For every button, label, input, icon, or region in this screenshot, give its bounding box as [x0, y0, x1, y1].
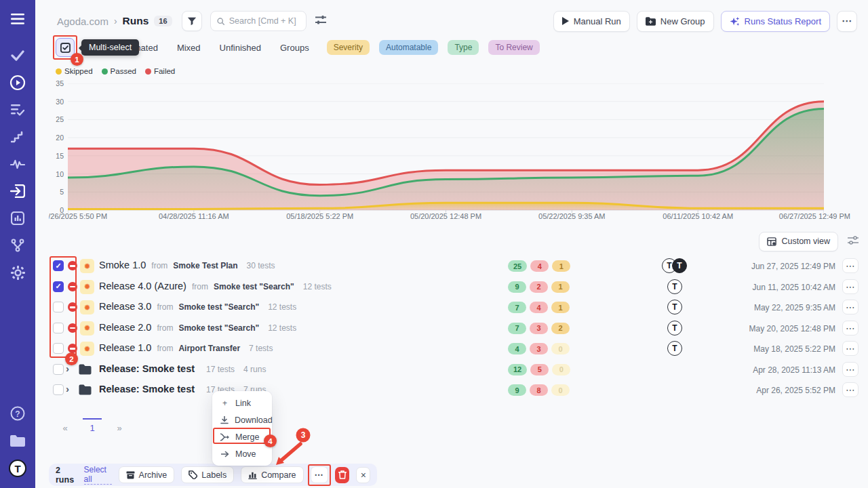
custom-view-button[interactable]: Custom view: [759, 232, 838, 251]
group-title[interactable]: Release: Smoke test: [99, 384, 195, 394]
stop-run-icon[interactable]: [68, 323, 77, 333]
row-checkbox[interactable]: [53, 302, 64, 312]
group-row[interactable]: › Release: Smoke test17 tests4 runs 1250…: [49, 359, 859, 380]
pulse-icon[interactable]: [9, 156, 26, 172]
row-more-button[interactable]: ⋯: [842, 300, 859, 314]
breadcrumb-project[interactable]: Agoda.com: [57, 16, 108, 27]
run-title[interactable]: Release 3.0: [99, 301, 151, 312]
plan-name[interactable]: Airport Transfer: [178, 344, 240, 353]
compare-button[interactable]: Compare: [241, 466, 303, 483]
list-settings-icon[interactable]: [848, 235, 859, 247]
chip-automatable[interactable]: Automatable: [379, 40, 438, 55]
run-row[interactable]: ✹ Release 3.0fromSmoke test "Search"12 t…: [49, 297, 859, 318]
row-checkbox[interactable]: [53, 384, 64, 395]
y-tick: 35: [49, 79, 64, 87]
row-more-button[interactable]: ⋯: [842, 341, 859, 356]
run-row[interactable]: ✹ Smoke 1.0fromSmoke Test Plan30 tests 2…: [49, 256, 859, 277]
run-date: Jun 11, 2025 10:42 AM: [752, 283, 835, 292]
close-selection-button[interactable]: ×: [356, 467, 370, 483]
menu-item-move[interactable]: Move: [212, 445, 272, 462]
expand-chevron-icon[interactable]: ›: [66, 383, 69, 394]
new-group-button[interactable]: New Group: [637, 11, 714, 32]
run-row[interactable]: ✹ Release 1.0fromAirport Transfer7 tests…: [49, 338, 859, 359]
play-icon: [562, 17, 569, 25]
row-checkbox[interactable]: [53, 343, 64, 354]
page-current[interactable]: 1: [83, 418, 102, 433]
menu-item-download[interactable]: Download: [212, 411, 272, 428]
header-more-button[interactable]: ⋯: [837, 11, 857, 32]
plan-name[interactable]: Smoke test "Search": [214, 282, 294, 291]
select-all-link[interactable]: Select all: [84, 465, 112, 485]
group-title[interactable]: Release: Smoke test: [99, 363, 195, 374]
import-icon[interactable]: [9, 183, 26, 199]
chip-severity[interactable]: Severity: [327, 40, 370, 55]
projects-folder-icon[interactable]: [9, 432, 26, 449]
milestones-steps-icon[interactable]: [9, 129, 26, 145]
row-checkbox[interactable]: [53, 323, 64, 333]
tab-mixed[interactable]: Mixed: [177, 43, 201, 53]
plans-list-icon[interactable]: [9, 102, 26, 118]
row-more-button[interactable]: ⋯: [842, 279, 859, 294]
menu-item-merge[interactable]: Merge: [212, 428, 272, 445]
labels-button[interactable]: Labels: [181, 466, 234, 483]
failed-pill: 3: [530, 343, 548, 354]
delete-button[interactable]: [335, 467, 350, 483]
search-input[interactable]: [229, 16, 300, 26]
archive-button[interactable]: Archive: [119, 466, 175, 483]
row-more-button[interactable]: ⋯: [842, 321, 859, 336]
runs-play-icon[interactable]: [9, 75, 26, 91]
plan-name[interactable]: Smoke test "Search": [178, 302, 259, 312]
menu-icon[interactable]: [9, 11, 26, 27]
run-title[interactable]: Release 1.0: [99, 342, 151, 353]
x-tick: 06/27/2025 12:49 PM: [779, 212, 850, 220]
page-next[interactable]: »: [110, 418, 129, 433]
plan-name[interactable]: Smoke Test Plan: [173, 261, 237, 270]
menu-item-link[interactable]: +Link: [212, 394, 272, 411]
workspace-avatar[interactable]: T: [9, 460, 26, 477]
failed-pill: 4: [530, 302, 548, 313]
stop-run-icon[interactable]: [68, 261, 77, 270]
area-chart-canvas: [68, 83, 824, 214]
row-checkbox[interactable]: [53, 281, 64, 292]
x-tick: 04/26/2025 5:50 PM: [49, 212, 107, 220]
more-actions-button[interactable]: ⋯: [311, 466, 328, 483]
multi-select-tooltip: Multi-select: [81, 39, 139, 56]
stop-run-icon[interactable]: [68, 302, 77, 312]
group-row[interactable]: › Release: Smoke test17 tests7 runs 980 …: [49, 380, 859, 401]
report-box-icon[interactable]: [9, 210, 26, 226]
run-title[interactable]: Release 4.0 (Azure): [99, 281, 186, 291]
tab-unfinished[interactable]: Unfinished: [220, 43, 261, 53]
row-more-button[interactable]: ⋯: [842, 382, 859, 397]
manual-run-button[interactable]: Manual Run: [553, 11, 630, 32]
page-prev[interactable]: «: [56, 418, 75, 433]
search-box[interactable]: [210, 11, 307, 31]
help-icon[interactable]: ?: [9, 405, 26, 422]
selected-count: 2 runs: [56, 466, 77, 485]
stop-run-icon[interactable]: [68, 344, 77, 353]
tests-check-icon[interactable]: [9, 47, 26, 64]
branch-icon[interactable]: [9, 237, 26, 253]
result-pills: 2541: [508, 260, 570, 272]
plan-name[interactable]: Smoke test "Search": [178, 323, 259, 333]
row-more-button[interactable]: ⋯: [842, 258, 859, 273]
row-more-button[interactable]: ⋯: [842, 362, 859, 377]
row-checkbox[interactable]: [53, 260, 64, 271]
group-folder-icon: [79, 384, 92, 398]
row-checkbox[interactable]: [53, 364, 64, 375]
runs-status-report-button[interactable]: Runs Status Report: [721, 11, 830, 32]
display-settings-icon[interactable]: [315, 15, 326, 28]
filter-button[interactable]: [182, 11, 202, 31]
chip-to-review[interactable]: To Review: [488, 40, 539, 55]
run-row[interactable]: ✹ Release 2.0fromSmoke test "Search"12 t…: [49, 318, 859, 339]
skipped-pill: 2: [551, 323, 570, 334]
stop-run-icon[interactable]: [68, 282, 77, 291]
run-title[interactable]: Smoke 1.0: [99, 260, 146, 270]
run-tabs: Automated Mixed Unfinished Groups: [115, 43, 309, 53]
settings-gear-icon[interactable]: [9, 264, 26, 281]
result-pills: 741: [508, 302, 570, 313]
tab-groups[interactable]: Groups: [280, 43, 309, 53]
run-title[interactable]: Release 2.0: [99, 322, 151, 333]
chip-type[interactable]: Type: [448, 40, 479, 55]
run-row[interactable]: ✹ Release 4.0 (Azure)fromSmoke test "Sea…: [49, 277, 859, 298]
y-tick: 5: [49, 188, 64, 196]
